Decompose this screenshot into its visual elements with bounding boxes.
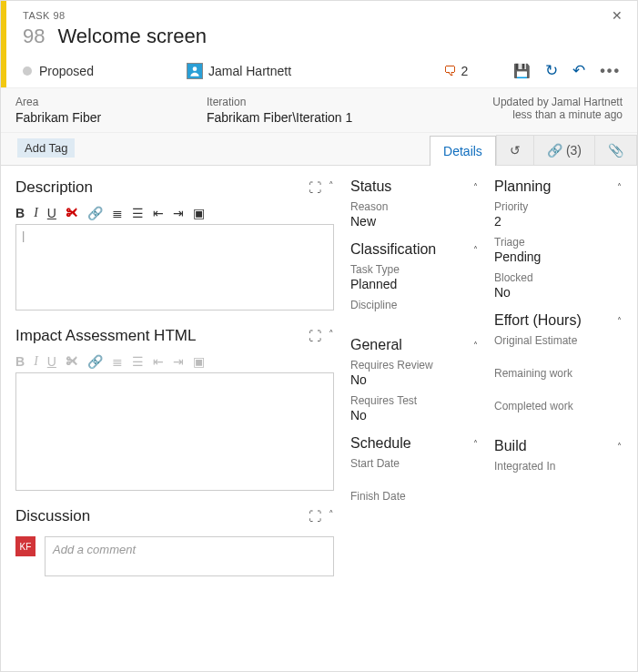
triage-field[interactable]: Triage Pending [494, 236, 622, 264]
add-tag-button[interactable]: Add Tag [17, 138, 75, 158]
more-actions-icon[interactable]: ••• [600, 63, 621, 79]
general-title: General [350, 337, 402, 353]
discussion-input[interactable]: Add a comment [45, 536, 334, 576]
link-button[interactable]: 🔗 [87, 354, 103, 369]
italic-button[interactable]: I [34, 206, 38, 220]
requires-review-field[interactable]: Requires Review No [350, 359, 478, 387]
indent-button[interactable]: ⇥ [173, 206, 184, 220]
collapse-icon[interactable]: ˄ [617, 182, 622, 192]
requires-review-label: Requires Review [350, 359, 478, 372]
reason-field[interactable]: Reason New [350, 200, 478, 229]
iteration-value: Fabrikam Fiber\Iteration 1 [207, 110, 422, 125]
collapse-icon[interactable]: ˄ [617, 442, 622, 452]
start-date-field[interactable]: Start Date [350, 457, 478, 470]
impact-title: Impact Assessment HTML [15, 327, 196, 345]
collapse-icon[interactable]: ˄ [473, 439, 478, 449]
numbered-list-button[interactable]: ☰ [132, 206, 144, 220]
svg-point-0 [193, 66, 197, 71]
description-toolbar: B I U ✀ 🔗 ≣ ☰ ⇤ ⇥ ▣ [15, 202, 334, 224]
requires-test-field[interactable]: Requires Test No [350, 394, 478, 423]
maximize-icon[interactable]: ⛶ [309, 329, 321, 343]
triage-value: Pending [494, 249, 622, 264]
integrated-in-label: Integrated In [494, 460, 622, 473]
state-value: Proposed [39, 64, 94, 78]
outdent-button[interactable]: ⇤ [153, 206, 164, 220]
header-actions: 💾 ↻ ↶ ••• [513, 61, 621, 80]
area-field[interactable]: Area Fabrikam Fiber [1, 88, 192, 132]
comments-indicator[interactable]: 🗨 2 [443, 63, 468, 78]
left-column: Description ⛶ ˄ B I U ✀ 🔗 ≣ ☰ ⇤ ⇥ ▣ | Im… [15, 178, 334, 657]
impact-header: Impact Assessment HTML ⛶ ˄ [15, 327, 334, 345]
image-button[interactable]: ▣ [193, 206, 205, 220]
collapse-icon[interactable]: ˄ [473, 341, 478, 351]
indent-button[interactable]: ⇥ [173, 354, 184, 369]
collapse-icon[interactable]: ˄ [473, 182, 478, 192]
current-user-avatar: KF [15, 536, 35, 556]
requires-test-label: Requires Test [350, 394, 478, 407]
bullet-list-button[interactable]: ≣ [112, 354, 123, 369]
remove-format-button[interactable]: ✀ [66, 206, 78, 220]
remaining-work-field[interactable]: Remaining work [494, 367, 622, 380]
refresh-icon[interactable]: ↻ [545, 61, 558, 80]
work-item-title[interactable]: Welcome screen [57, 25, 206, 48]
area-value: Fabrikam Fiber [15, 110, 177, 125]
discussion-title: Discussion [15, 507, 90, 525]
blocked-field[interactable]: Blocked No [494, 271, 622, 300]
underline-button[interactable]: U [47, 206, 56, 220]
description-editor[interactable]: | [15, 224, 334, 311]
finish-date-label: Finish Date [350, 490, 478, 503]
remove-format-button[interactable]: ✀ [66, 354, 78, 369]
link-icon: 🔗 [547, 143, 562, 158]
collapse-icon[interactable]: ˄ [617, 316, 622, 326]
task-type-field[interactable]: Task Type Planned [350, 263, 478, 291]
maximize-icon[interactable]: ⛶ [309, 180, 321, 195]
original-estimate-field[interactable]: Original Estimate [494, 334, 622, 347]
impact-toolbar: B I U ✀ 🔗 ≣ ☰ ⇤ ⇥ ▣ [15, 351, 334, 372]
effort-title: Effort (Hours) [494, 312, 582, 329]
italic-button[interactable]: I [34, 354, 38, 369]
status-title: Status [350, 178, 391, 195]
link-button[interactable]: 🔗 [87, 206, 103, 220]
tab-details[interactable]: Details [430, 136, 496, 166]
discipline-field[interactable]: Discipline [350, 299, 478, 311]
finish-date-field[interactable]: Finish Date [350, 490, 478, 503]
tab-attachments[interactable]: 📎 [595, 135, 637, 165]
requires-test-value: No [350, 408, 478, 423]
image-button[interactable]: ▣ [193, 354, 205, 369]
work-item-header: TASK 98 ✕ 98 Welcome screen Proposed Jam… [1, 1, 637, 87]
iteration-field[interactable]: Iteration Fabrikam Fiber\Iteration 1 [192, 88, 437, 132]
save-icon[interactable]: 💾 [513, 63, 531, 79]
updated-by: Updated by Jamal Hartnett [451, 96, 623, 108]
bold-button[interactable]: B [15, 206, 25, 220]
impact-editor[interactable] [15, 372, 334, 491]
updated-when: less than a minute ago [451, 108, 623, 121]
state-field[interactable]: Proposed [23, 64, 187, 78]
tab-history[interactable]: ↺ [496, 135, 534, 165]
integrated-in-field[interactable]: Integrated In [494, 460, 622, 473]
tab-links[interactable]: 🔗 (3) [534, 135, 595, 165]
outdent-button[interactable]: ⇤ [153, 354, 164, 369]
remaining-work-label: Remaining work [494, 367, 622, 380]
collapse-icon[interactable]: ˄ [329, 180, 334, 195]
blocked-label: Blocked [494, 271, 622, 284]
completed-work-field[interactable]: Completed work [494, 400, 622, 412]
original-estimate-label: Original Estimate [494, 334, 622, 347]
bullet-list-button[interactable]: ≣ [112, 206, 123, 220]
task-type-label: TASK 98 [23, 10, 621, 21]
underline-button[interactable]: U [47, 354, 56, 369]
priority-field[interactable]: Priority 2 [494, 200, 622, 229]
start-date-label: Start Date [350, 457, 478, 470]
close-icon[interactable]: ✕ [612, 8, 623, 23]
build-title: Build [494, 438, 527, 454]
work-item-body: Description ⛶ ˄ B I U ✀ 🔗 ≣ ☰ ⇤ ⇥ ▣ | Im… [1, 166, 637, 657]
collapse-icon[interactable]: ˄ [329, 509, 334, 524]
work-item-id: 98 [23, 25, 45, 48]
assignee-field[interactable]: Jamal Hartnett [187, 63, 443, 79]
collapse-icon[interactable]: ˄ [329, 329, 334, 343]
collapse-icon[interactable]: ˄ [473, 245, 478, 255]
undo-icon[interactable]: ↶ [572, 61, 585, 80]
numbered-list-button[interactable]: ☰ [132, 354, 144, 369]
info-band: Area Fabrikam Fiber Iteration Fabrikam F… [1, 87, 637, 133]
maximize-icon[interactable]: ⛶ [309, 509, 321, 524]
bold-button[interactable]: B [15, 354, 25, 369]
